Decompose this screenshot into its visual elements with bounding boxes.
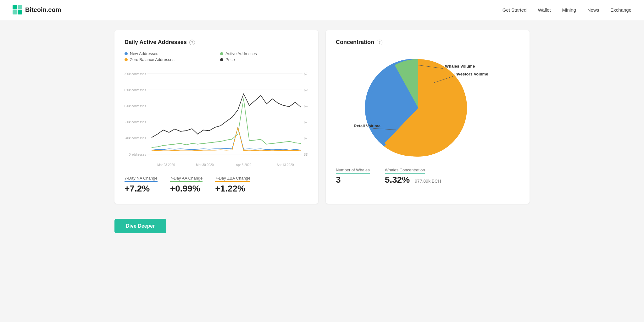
daily-active-stats: 7-Day NA Change +7.2% 7-Day AA Change +0… <box>125 175 308 194</box>
concentration-pie-area: Investors Volume Whales Volume Retail Vo… <box>336 51 519 164</box>
chart-svg: 200k addresses 160k addresses 120k addre… <box>125 67 308 168</box>
legend-dot-new <box>125 52 128 55</box>
svg-text:Mar 30 2020: Mar 30 2020 <box>196 163 214 167</box>
svg-text:Mar 23 2020: Mar 23 2020 <box>157 163 175 167</box>
concentration-stats: Number of Whales 3 Whales Concentration … <box>336 167 519 185</box>
svg-text:200k addresses: 200k addresses <box>125 72 146 76</box>
svg-rect-1 <box>18 5 22 9</box>
svg-text:40k addresses: 40k addresses <box>125 136 146 140</box>
daily-active-card: Daily Active Addresses ? New Addresses A… <box>114 30 318 204</box>
stat-aa-change: 7-Day AA Change +0.99% <box>170 175 203 194</box>
svg-text:$255: $255 <box>304 88 308 92</box>
investors-label-text: Investors Volume <box>454 72 488 76</box>
legend-dot-price <box>220 58 223 61</box>
svg-text:160k addresses: 160k addresses <box>125 88 146 92</box>
whales-label-text: Whales Volume <box>445 64 475 69</box>
stat-whales-concentration: Whales Concentration 5.32% 977.89k BCH <box>385 167 441 185</box>
nav-exchange[interactable]: Exchange <box>610 7 631 13</box>
daily-active-title: Daily Active Addresses ? <box>125 39 308 46</box>
nav-get-started[interactable]: Get Started <box>502 7 527 13</box>
bitcoin-logo-icon <box>13 5 23 15</box>
legend-new-addresses: New Addresses <box>125 51 213 56</box>
svg-text:$270: $270 <box>304 72 308 76</box>
svg-text:$210: $210 <box>304 136 308 140</box>
svg-text:$240: $240 <box>304 104 308 108</box>
concentration-help-icon[interactable]: ? <box>377 40 382 45</box>
nav-news[interactable]: News <box>587 7 599 13</box>
svg-text:$225: $225 <box>304 120 308 124</box>
nav-mining[interactable]: Mining <box>562 7 576 13</box>
concentration-card: Concentration ? <box>326 30 530 204</box>
legend-dot-zero <box>125 58 128 61</box>
chart-legend: New Addresses Active Addresses Zero Bala… <box>125 51 308 62</box>
main-nav: Get Started Wallet Mining News Exchange <box>502 7 631 13</box>
stat-na-change: 7-Day NA Change +7.2% <box>125 175 158 194</box>
retail-label-text: Retail Volume <box>354 124 380 128</box>
daily-active-help-icon[interactable]: ? <box>189 40 195 45</box>
nav-wallet[interactable]: Wallet <box>538 7 551 13</box>
legend-active-addresses: Active Addresses <box>220 51 308 56</box>
svg-rect-0 <box>13 5 17 9</box>
svg-rect-2 <box>13 10 17 14</box>
svg-text:$195: $195 <box>304 152 308 156</box>
svg-text:Apr 13 2020: Apr 13 2020 <box>277 163 294 167</box>
dive-deeper-button[interactable]: Dive Deeper <box>114 219 166 233</box>
svg-text:0 addresses: 0 addresses <box>129 152 146 156</box>
svg-text:80k addresses: 80k addresses <box>125 120 146 124</box>
legend-dot-active <box>220 52 223 55</box>
pie-chart-svg: Investors Volume Whales Volume Retail Vo… <box>349 51 506 164</box>
site-logo-text: Bitcoin.com <box>25 6 61 14</box>
concentration-title: Concentration ? <box>336 39 519 46</box>
stat-num-whales: Number of Whales 3 <box>336 167 370 185</box>
svg-rect-3 <box>18 10 22 14</box>
legend-price: Price <box>220 57 308 62</box>
dive-deeper-section: Dive Deeper <box>102 214 542 246</box>
main-content: Daily Active Addresses ? New Addresses A… <box>102 20 542 214</box>
daily-active-chart: 200k addresses 160k addresses 120k addre… <box>125 67 308 168</box>
legend-zero-balance: Zero Balance Addresses <box>125 57 213 62</box>
svg-text:Apr 6 2020: Apr 6 2020 <box>236 163 251 167</box>
logo-area: Bitcoin.com <box>13 5 61 15</box>
svg-text:120k addresses: 120k addresses <box>125 104 146 108</box>
stat-zba-change: 7-Day ZBA Change +1.22% <box>215 175 250 194</box>
